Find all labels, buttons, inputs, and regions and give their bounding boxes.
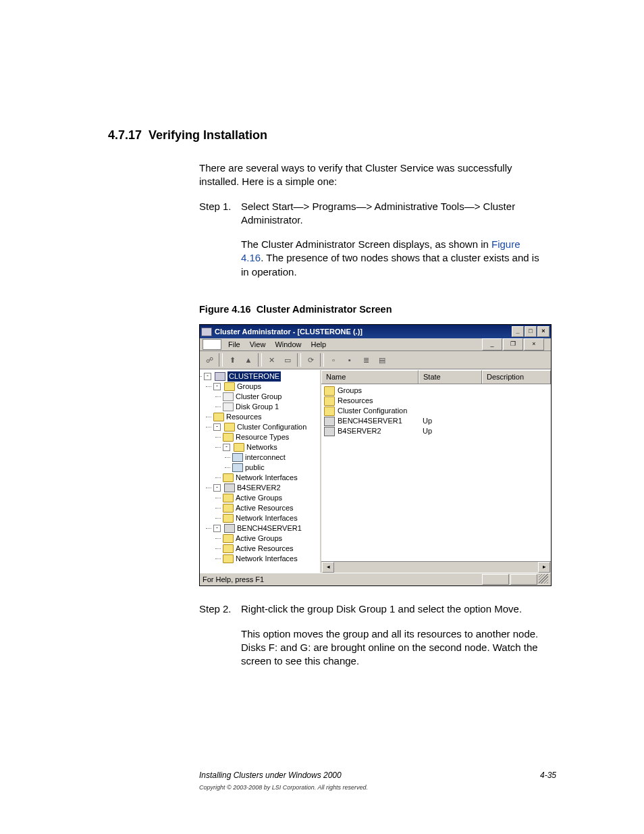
- tree-root-selected[interactable]: CLUSTERONE: [227, 371, 281, 382]
- folder-icon: [224, 382, 235, 391]
- tree-b4-network-interfaces[interactable]: Network Interfaces: [236, 513, 298, 523]
- tree-resource-types[interactable]: Resource Types: [236, 432, 289, 442]
- menu-file[interactable]: File: [224, 339, 244, 350]
- mdi-restore-button[interactable]: ❐: [503, 338, 523, 350]
- tree-groups[interactable]: Groups: [237, 382, 261, 392]
- server-icon: [224, 524, 235, 533]
- tree-b4-active-groups[interactable]: Active Groups: [236, 493, 282, 503]
- tree-b4-active-resources[interactable]: Active Resources: [236, 503, 294, 513]
- footer-left: Installing Clusters under Windows 2000: [199, 771, 342, 780]
- expander-icon[interactable]: -: [213, 484, 221, 492]
- client-area: -CLUSTERONE -Groups Cluster Group Disk G…: [200, 369, 551, 573]
- list-item[interactable]: Groups: [321, 386, 551, 396]
- mdi-doc-icon[interactable]: [203, 339, 221, 350]
- scroll-right-icon[interactable]: ▸: [538, 562, 550, 573]
- status-text: For Help, press F1: [203, 575, 264, 585]
- tree-cluster-group[interactable]: Cluster Group: [236, 392, 281, 402]
- copyright-line: Copyright © 2003-2008 by LSI Corporation…: [199, 784, 368, 791]
- step-2-body: Right-click the group Disk Group 1 and s…: [241, 602, 543, 679]
- toolbar-online-icon[interactable]: ▲: [240, 353, 257, 367]
- menu-window[interactable]: Window: [271, 339, 305, 350]
- footer-page-number: 4-35: [540, 771, 556, 780]
- tree-disk-group-1[interactable]: Disk Group 1: [236, 402, 279, 412]
- expander-icon[interactable]: -: [213, 423, 221, 431]
- folder-icon: [223, 544, 234, 553]
- server-icon: [224, 484, 235, 492]
- tree-cluster-config[interactable]: Cluster Configuration: [237, 422, 306, 432]
- toolbar-refresh-icon[interactable]: ⟳: [302, 353, 319, 367]
- step-1-body: Select Start—> Programs—> Administrative…: [241, 200, 543, 290]
- toolbar-list-icon[interactable]: ≣: [358, 353, 374, 367]
- step-1-line-2: The Cluster Administrator Screen display…: [241, 238, 543, 279]
- status-cell: [482, 574, 509, 585]
- figure-title: Cluster Administrator Screen: [257, 304, 392, 315]
- toolbar-properties-icon[interactable]: ▭: [279, 353, 296, 367]
- mdi-minimize-button[interactable]: _: [482, 338, 502, 350]
- column-header-description[interactable]: Description: [482, 370, 551, 384]
- resize-grip-icon[interactable]: [539, 574, 548, 583]
- step-2-line-1: Right-click the group Disk Group 1 and s…: [241, 602, 543, 616]
- tree-network-interfaces-1[interactable]: Network Interfaces: [236, 473, 298, 483]
- toolbar-large-icons-icon[interactable]: ▫: [325, 353, 342, 367]
- network-icon: [232, 463, 243, 472]
- tree-node-b4server2[interactable]: B4SERVER2: [237, 483, 281, 493]
- column-header-name[interactable]: Name: [321, 370, 419, 384]
- list-item[interactable]: Cluster Configuration: [321, 406, 551, 416]
- section-number: 4.7.17: [108, 128, 142, 142]
- tree-node-bench4server1[interactable]: BENCH4SERVER1: [237, 523, 302, 533]
- tree-interconnect[interactable]: interconnect: [245, 452, 286, 463]
- scroll-left-icon[interactable]: ◂: [322, 562, 334, 573]
- toolbar-small-icons-icon[interactable]: ▪: [342, 353, 358, 367]
- list-body[interactable]: Groups Resources Cluster Configuration B…: [321, 384, 551, 561]
- tree-resources[interactable]: Resources: [226, 412, 262, 422]
- folder-icon: [223, 514, 234, 523]
- mdi-close-button[interactable]: ×: [524, 338, 544, 350]
- folder-icon: [223, 494, 234, 502]
- list-item[interactable]: B4SERVER2Up: [321, 426, 551, 436]
- list-item[interactable]: Resources: [321, 396, 551, 406]
- toolbar-up-icon[interactable]: ⬆: [224, 353, 240, 367]
- status-cell: [510, 574, 537, 585]
- close-button[interactable]: ×: [537, 326, 549, 337]
- folder-icon: [234, 443, 244, 452]
- list-item[interactable]: BENCH4SERVER1Up: [321, 416, 551, 426]
- menu-view[interactable]: View: [246, 339, 270, 350]
- mdi-window-buttons: _ ❐ ×: [478, 338, 548, 351]
- step-1-line-2b: . The presence of two nodes shows that a…: [241, 252, 539, 277]
- column-header-state[interactable]: State: [419, 370, 482, 384]
- tree-public[interactable]: public: [245, 463, 265, 473]
- tree-networks[interactable]: Networks: [246, 442, 277, 452]
- toolbar-open-connection-icon[interactable]: ☍: [201, 353, 217, 367]
- tree-bench-active-resources[interactable]: Active Resources: [236, 544, 294, 554]
- toolbar-delete-icon[interactable]: ✕: [263, 353, 279, 367]
- figure-label: Figure 4.16: [199, 304, 251, 315]
- menu-help[interactable]: Help: [307, 339, 331, 350]
- step-2-line-2: This option moves the group and all its …: [241, 627, 543, 669]
- folder-icon: [213, 413, 224, 421]
- list-header: Name State Description: [321, 370, 551, 384]
- group-icon: [223, 402, 234, 411]
- horizontal-scrollbar[interactable]: ◂ ▸: [321, 561, 551, 573]
- window-control-buttons: _ □ ×: [512, 326, 549, 337]
- cluster-admin-window: Cluster Administrator - [CLUSTERONE (.)]…: [199, 324, 552, 586]
- folder-icon: [223, 504, 234, 513]
- expander-icon[interactable]: -: [213, 525, 221, 532]
- minimize-button[interactable]: _: [512, 326, 524, 337]
- network-icon: [232, 453, 243, 462]
- tree-bench-network-interfaces[interactable]: Network Interfaces: [236, 554, 298, 564]
- server-icon: [324, 417, 335, 426]
- tree-bench-active-groups[interactable]: Active Groups: [236, 533, 282, 544]
- list-pane: Name State Description Groups Resources …: [321, 370, 551, 573]
- toolbar-details-icon[interactable]: ▤: [374, 353, 390, 367]
- expander-icon[interactable]: -: [223, 444, 230, 451]
- step-1-line-2a: The Cluster Administrator Screen display…: [241, 238, 491, 250]
- status-bar: For Help, press F1: [200, 573, 551, 585]
- maximize-button[interactable]: □: [525, 326, 537, 337]
- folder-icon: [223, 433, 234, 442]
- step-2: Step 2. Right-click the group Disk Group…: [199, 602, 543, 679]
- body-column: There are several ways to verify that Cl…: [199, 161, 543, 679]
- tree-pane[interactable]: -CLUSTERONE -Groups Cluster Group Disk G…: [200, 370, 321, 573]
- expander-icon[interactable]: -: [204, 373, 211, 380]
- window-title: Cluster Administrator - [CLUSTERONE (.)]: [212, 327, 512, 337]
- expander-icon[interactable]: -: [213, 383, 221, 390]
